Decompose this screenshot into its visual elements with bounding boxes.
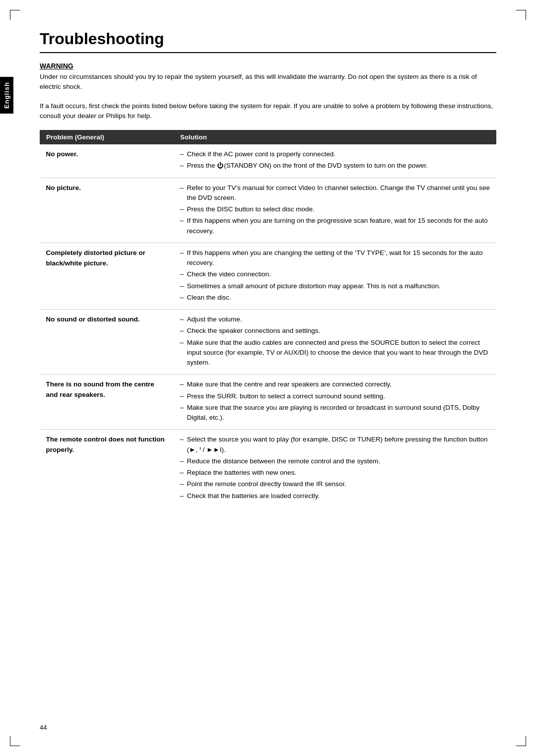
table-header-problem: Problem (General) [40, 130, 174, 144]
table-row: No sound or distorted sound.Adjust the v… [40, 310, 496, 375]
solution-cell: Refer to your TV’s manual for correct Vi… [174, 178, 496, 243]
title-rule [40, 52, 496, 53]
solution-list: Select the source you want to play (for … [180, 435, 490, 501]
solution-item: Make sure that the audio cables are conn… [180, 338, 490, 368]
solution-item: If this happens when you are turning on … [180, 216, 490, 236]
corner-mark-tl [10, 10, 20, 20]
solution-cell: Select the source you want to play (for … [174, 430, 496, 507]
table-row: The remote control does not function pro… [40, 430, 496, 507]
solution-list: Adjust the volume.Check the speaker conn… [180, 315, 490, 368]
solution-item: Check the video connection. [180, 269, 490, 279]
solution-list: Make sure that the centre and rear speak… [180, 379, 490, 423]
solution-item: If this happens when you are changing th… [180, 248, 490, 268]
problem-cell: There is no sound from the centre and re… [40, 375, 174, 430]
corner-mark-tr [516, 10, 526, 20]
page-title: Troubleshooting [40, 30, 496, 48]
solution-item: Select the source you want to play (for … [180, 435, 490, 455]
solution-list: Check if the AC power cord is properly c… [180, 149, 490, 171]
solution-item: Press the ⏻(STANDBY ON) on the front of … [180, 161, 490, 171]
table-row: No picture.Refer to your TV’s manual for… [40, 178, 496, 243]
solution-item: Make sure that the source you are playin… [180, 403, 490, 423]
solution-item: Refer to your TV’s manual for correct Vi… [180, 183, 490, 203]
problem-cell: No sound or distorted sound. [40, 310, 174, 375]
solution-item: Check that the batteries are loaded corr… [180, 491, 490, 501]
corner-mark-bl [10, 736, 20, 746]
solution-item: Check if the AC power cord is properly c… [180, 149, 490, 159]
table-row: There is no sound from the centre and re… [40, 375, 496, 430]
table-header-solution: Solution [174, 130, 496, 144]
solution-item: Sometimes a small amount of picture dist… [180, 281, 490, 291]
problem-cell: Completely distorted picture or black/wh… [40, 243, 174, 309]
problem-cell: No power. [40, 144, 174, 178]
solution-list: If this happens when you are changing th… [180, 248, 490, 303]
solution-cell: Make sure that the centre and rear speak… [174, 375, 496, 430]
corner-mark-br [516, 736, 526, 746]
trouble-table: Problem (General) Solution No power.Chec… [40, 130, 496, 507]
solution-list: Refer to your TV’s manual for correct Vi… [180, 183, 490, 236]
solution-item: Adjust the volume. [180, 315, 490, 324]
solution-cell: If this happens when you are changing th… [174, 243, 496, 309]
warning-text: Under no circumstances should you try to… [40, 72, 496, 92]
solution-cell: Check if the AC power cord is properly c… [174, 144, 496, 178]
table-row: Completely distorted picture or black/wh… [40, 243, 496, 309]
solution-item: Reduce the distance between the remote c… [180, 456, 490, 466]
warning-heading: WARNING [40, 62, 496, 70]
solution-item: Press the DISC button to select disc mod… [180, 204, 490, 214]
problem-cell: The remote control does not function pro… [40, 430, 174, 507]
solution-item: Clean the disc. [180, 293, 490, 303]
solution-cell: Adjust the volume.Check the speaker conn… [174, 310, 496, 375]
solution-item: Press the SURR. button to select a corre… [180, 391, 490, 401]
page: English Troubleshooting WARNING Under no… [0, 0, 536, 756]
solution-item: Point the remote control directly toward… [180, 479, 490, 489]
solution-item: Check the speaker connections and settin… [180, 326, 490, 336]
problem-cell: No picture. [40, 178, 174, 243]
intro-text: If a fault occurs, first check the point… [40, 101, 496, 122]
solution-item: Make sure that the centre and rear speak… [180, 379, 490, 389]
page-number: 44 [40, 724, 47, 731]
table-row: No power.Check if the AC power cord is p… [40, 144, 496, 178]
english-tab: English [0, 77, 13, 114]
solution-item: Replace the batteries with new ones. [180, 468, 490, 478]
warning-section: WARNING Under no circumstances should yo… [40, 62, 496, 92]
